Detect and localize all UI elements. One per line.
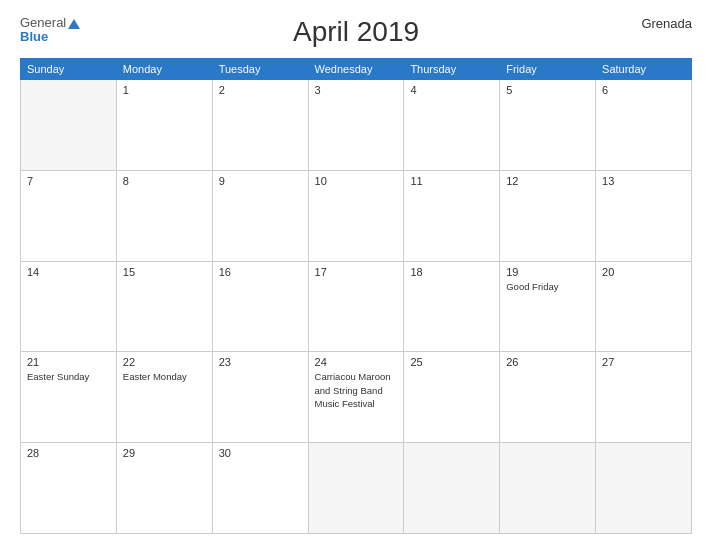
country-label: Grenada [641,16,692,31]
calendar-cell [596,443,692,534]
logo: General Blue [20,16,80,45]
day-number: 29 [123,447,206,459]
day-number: 2 [219,84,302,96]
calendar-cell: 8 [116,170,212,261]
day-number: 30 [219,447,302,459]
calendar-cell: 25 [404,352,500,443]
day-number: 17 [315,266,398,278]
calendar-cell: 23 [212,352,308,443]
day-number: 21 [27,356,110,368]
day-number: 26 [506,356,589,368]
day-number: 16 [219,266,302,278]
day-number: 11 [410,175,493,187]
calendar-cell [500,443,596,534]
day-number: 13 [602,175,685,187]
calendar-cell: 4 [404,80,500,171]
calendar-week-5: 282930 [21,443,692,534]
day-number: 10 [315,175,398,187]
event-label: Easter Monday [123,371,187,382]
calendar-cell: 22Easter Monday [116,352,212,443]
day-number: 22 [123,356,206,368]
calendar-cell: 6 [596,80,692,171]
day-number: 9 [219,175,302,187]
col-sunday: Sunday [21,59,117,80]
calendar-title: April 2019 [293,16,419,48]
logo-blue: Blue [20,30,48,44]
day-number: 27 [602,356,685,368]
calendar-table: Sunday Monday Tuesday Wednesday Thursday… [20,58,692,534]
day-number: 12 [506,175,589,187]
calendar-cell [404,443,500,534]
day-number: 24 [315,356,398,368]
col-thursday: Thursday [404,59,500,80]
logo-general: General [20,16,80,30]
day-number: 1 [123,84,206,96]
calendar-week-2: 78910111213 [21,170,692,261]
day-number: 18 [410,266,493,278]
day-number: 15 [123,266,206,278]
calendar-cell: 7 [21,170,117,261]
calendar-cell: 26 [500,352,596,443]
calendar-cell: 19Good Friday [500,261,596,352]
calendar-cell: 24Carriacou Maroon and String Band Music… [308,352,404,443]
calendar-page: General Blue April 2019 Grenada Sunday M… [0,0,712,550]
calendar-cell: 18 [404,261,500,352]
col-saturday: Saturday [596,59,692,80]
calendar-week-1: 123456 [21,80,692,171]
col-monday: Monday [116,59,212,80]
day-number: 7 [27,175,110,187]
calendar-week-4: 21Easter Sunday22Easter Monday2324Carria… [21,352,692,443]
day-number: 5 [506,84,589,96]
day-number: 20 [602,266,685,278]
calendar-cell [308,443,404,534]
day-number: 4 [410,84,493,96]
header: General Blue April 2019 Grenada [20,16,692,48]
calendar-cell: 11 [404,170,500,261]
calendar-cell: 28 [21,443,117,534]
calendar-cell: 3 [308,80,404,171]
logo-triangle-icon [68,19,80,29]
calendar-cell: 12 [500,170,596,261]
calendar-cell: 13 [596,170,692,261]
calendar-cell: 9 [212,170,308,261]
day-number: 3 [315,84,398,96]
calendar-cell: 2 [212,80,308,171]
day-number: 19 [506,266,589,278]
day-number: 14 [27,266,110,278]
day-number: 6 [602,84,685,96]
col-friday: Friday [500,59,596,80]
day-number: 23 [219,356,302,368]
event-label: Easter Sunday [27,371,89,382]
calendar-cell: 5 [500,80,596,171]
calendar-cell: 20 [596,261,692,352]
col-tuesday: Tuesday [212,59,308,80]
event-label: Good Friday [506,281,558,292]
event-label: Carriacou Maroon and String Band Music F… [315,371,391,409]
calendar-cell: 21Easter Sunday [21,352,117,443]
calendar-cell: 10 [308,170,404,261]
calendar-cell: 14 [21,261,117,352]
calendar-header-row: Sunday Monday Tuesday Wednesday Thursday… [21,59,692,80]
calendar-cell: 16 [212,261,308,352]
calendar-cell: 27 [596,352,692,443]
calendar-cell: 17 [308,261,404,352]
calendar-cell: 1 [116,80,212,171]
day-number: 25 [410,356,493,368]
calendar-cell: 29 [116,443,212,534]
col-wednesday: Wednesday [308,59,404,80]
day-number: 8 [123,175,206,187]
calendar-cell: 30 [212,443,308,534]
calendar-week-3: 141516171819Good Friday20 [21,261,692,352]
day-number: 28 [27,447,110,459]
calendar-cell [21,80,117,171]
calendar-cell: 15 [116,261,212,352]
